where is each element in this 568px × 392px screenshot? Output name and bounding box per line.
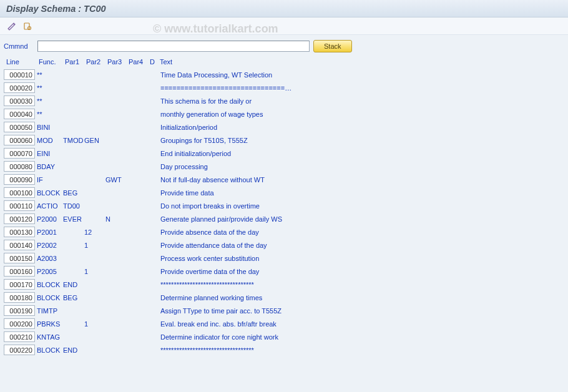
cell-func: ** xyxy=(37,110,63,118)
line-field[interactable] xyxy=(4,240,35,250)
table-row: TIMTPAssign TType to time pair acc. to T… xyxy=(4,304,564,317)
cell-text: *********************************** xyxy=(158,346,564,354)
line-field[interactable] xyxy=(4,187,35,198)
cell-text: Assign TType to time pair acc. to T555Z xyxy=(158,307,564,315)
cell-text: Time Data Processing, WT Selection xyxy=(158,71,564,79)
cell-func: EINI xyxy=(37,150,63,157)
line-field[interactable] xyxy=(4,227,35,237)
cell-func: ** xyxy=(37,97,63,105)
line-field[interactable] xyxy=(4,345,35,355)
hdr-par2: Par2 xyxy=(86,58,107,66)
table-row: BLOCKEND********************************… xyxy=(4,278,564,291)
cell-par2: 12 xyxy=(84,228,105,236)
grid-header: Line Func. Par1 Par2 Par3 Par4 D Text xyxy=(4,55,564,68)
cell-par1: TD00 xyxy=(63,202,84,210)
cell-func: P2005 xyxy=(37,268,63,275)
cell-text: Provide attendance data of the day xyxy=(158,242,564,249)
cell-func: ** xyxy=(37,71,63,79)
cell-par3: N xyxy=(105,215,127,223)
hdr-d: D xyxy=(150,58,160,66)
hdr-line: Line xyxy=(6,58,39,66)
cell-func: BDAY xyxy=(37,163,63,170)
line-field[interactable] xyxy=(4,69,35,80)
table-row: ACTIOTD00Do not import breaks in overtim… xyxy=(4,199,564,212)
cell-func: P2001 xyxy=(37,228,63,236)
line-field[interactable] xyxy=(4,213,35,224)
line-field[interactable] xyxy=(4,200,35,211)
cell-text: *********************************** xyxy=(158,281,564,288)
svg-rect-0 xyxy=(24,23,29,29)
line-field[interactable] xyxy=(4,305,35,316)
line-field[interactable] xyxy=(4,135,35,145)
cell-par1: BEG xyxy=(63,294,84,301)
cell-func: TIMTP xyxy=(37,307,63,315)
table-row: IFGWTNot if full-day absence without WT xyxy=(4,173,564,186)
line-field[interactable] xyxy=(4,109,35,119)
line-field[interactable] xyxy=(4,148,35,159)
cell-text: Initialization/period xyxy=(158,124,564,131)
line-field[interactable] xyxy=(4,96,35,106)
cell-text: Provide time data xyxy=(158,189,564,197)
table-row: P20021Provide attendance data of the day xyxy=(4,238,564,252)
cell-text: Determine indicator for core night work xyxy=(158,333,564,341)
cell-par2: 1 xyxy=(84,242,105,249)
line-field[interactable] xyxy=(4,174,35,185)
line-field[interactable] xyxy=(4,82,35,93)
cell-func: KNTAG xyxy=(37,333,63,341)
cell-text: End initialization/period xyxy=(158,150,564,157)
table-row: **This schema is for the daily or xyxy=(4,94,564,107)
line-field[interactable] xyxy=(4,122,35,132)
table-row: EINIEnd initialization/period xyxy=(4,147,564,160)
cell-func: ** xyxy=(37,84,63,92)
cell-text: Provide overtime data of the day xyxy=(158,268,564,275)
attributes-icon[interactable] xyxy=(21,21,34,32)
command-input[interactable] xyxy=(37,41,310,52)
line-field[interactable] xyxy=(4,161,35,172)
table-row: P200112Provide absence data of the day xyxy=(4,225,564,238)
table-row: BLOCKBEGDetermine planned working times xyxy=(4,291,564,304)
cell-text: monthly generation of wage types xyxy=(158,110,564,118)
table-row: **Time Data Processing, WT Selection xyxy=(4,68,564,81)
line-field[interactable] xyxy=(4,331,35,342)
stack-button[interactable]: Stack xyxy=(313,40,352,52)
cell-func: MOD xyxy=(37,137,63,144)
table-row: **monthly generation of wage types xyxy=(4,107,564,120)
cell-par3: GWT xyxy=(105,176,127,184)
hdr-par1: Par1 xyxy=(65,58,86,66)
line-field[interactable] xyxy=(4,292,35,303)
cell-text: This schema is for the daily or xyxy=(158,97,564,105)
cell-text: Do not import breaks in overtime xyxy=(158,202,564,210)
hdr-text: Text xyxy=(160,58,564,66)
table-row: KNTAGDetermine indicator for core night … xyxy=(4,330,564,343)
cell-par2: 1 xyxy=(84,320,105,328)
table-row: P20051Provide overtime data of the day xyxy=(4,265,564,278)
cell-text: Process work center substitution xyxy=(158,255,564,262)
table-row: BDAYDay processing xyxy=(4,160,564,173)
line-field[interactable] xyxy=(4,318,35,329)
hdr-par3: Par3 xyxy=(107,58,129,66)
cell-func: A2003 xyxy=(37,255,63,262)
edit-icon[interactable] xyxy=(5,21,17,32)
cell-par1: END xyxy=(63,281,84,288)
line-field[interactable] xyxy=(4,253,35,263)
table-row: BLOCKBEGProvide time data xyxy=(4,186,564,199)
cell-func: IF xyxy=(37,176,63,184)
cell-par1: EVER xyxy=(63,215,84,223)
cell-func: BLOCK xyxy=(37,294,63,301)
table-row: BLOCKEND********************************… xyxy=(4,343,564,356)
schema-grid: Line Func. Par1 Par2 Par3 Par4 D Text **… xyxy=(0,55,568,356)
cell-text: Generate planned pair/provide daily WS xyxy=(158,215,564,223)
cell-text: Provide absence data of the day xyxy=(158,228,564,236)
cell-text: Not if full-day absence without WT xyxy=(158,176,564,184)
cell-func: BLOCK xyxy=(37,281,63,288)
cell-func: PBRKS xyxy=(37,320,63,328)
hdr-par4: Par4 xyxy=(129,58,150,66)
table-row: MODTMODGENGroupings for T510S, T555Z xyxy=(4,134,564,147)
cell-text: ===============================… xyxy=(158,84,564,92)
line-field[interactable] xyxy=(4,266,35,277)
cell-par1: END xyxy=(63,346,84,354)
cell-text: Eval. break end inc. abs. bfr/aftr break xyxy=(158,320,564,328)
line-field[interactable] xyxy=(4,279,35,290)
cell-par2: 1 xyxy=(84,268,105,275)
table-row: A2003Process work center substitution xyxy=(4,252,564,265)
